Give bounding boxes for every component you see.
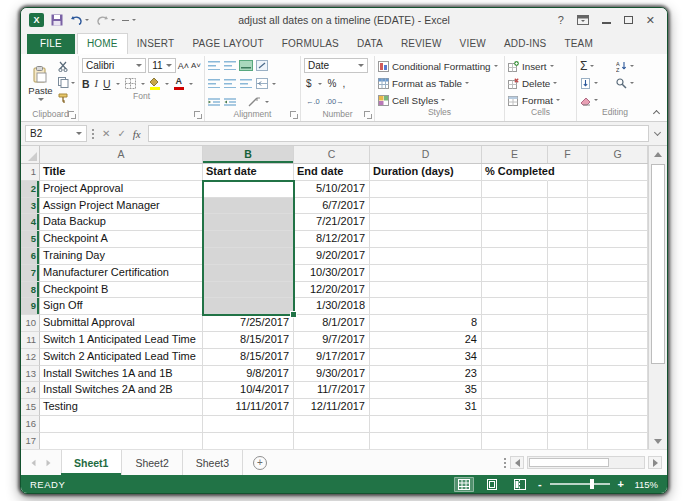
- row-header-10[interactable]: 10: [21, 315, 40, 332]
- name-box[interactable]: B2: [25, 125, 87, 142]
- orientation-button[interactable]: [256, 57, 268, 75]
- formula-input[interactable]: [148, 125, 649, 142]
- middle-align-icon[interactable]: [224, 61, 236, 70]
- cell-G6[interactable]: [588, 248, 648, 265]
- cell-E7[interactable]: [482, 265, 548, 282]
- percent-style-button[interactable]: %: [328, 78, 337, 89]
- col-header-B[interactable]: B: [203, 146, 294, 163]
- decrease-indent-button[interactable]: [208, 93, 220, 111]
- cell-D17[interactable]: [370, 433, 482, 449]
- cell-D8[interactable]: [370, 282, 482, 299]
- number-dialog-launcher[interactable]: [364, 111, 372, 119]
- cell-C2[interactable]: 5/10/2017: [294, 181, 370, 198]
- insert-function-button[interactable]: fx: [133, 128, 141, 140]
- cell-B4[interactable]: [203, 214, 294, 231]
- row-header-17[interactable]: 17: [21, 433, 40, 449]
- cell-B12[interactable]: 8/15/2017: [203, 349, 294, 366]
- page-break-view-button[interactable]: [510, 477, 530, 492]
- cell-B9[interactable]: [203, 298, 294, 315]
- row-header-14[interactable]: 14: [21, 382, 40, 399]
- cell-E17[interactable]: [482, 433, 548, 449]
- customize-qat-button[interactable]: [122, 14, 136, 27]
- delete-cells-button[interactable]: Delete: [508, 76, 573, 90]
- decrease-decimal-button[interactable]: .00→: [326, 97, 344, 106]
- format-cells-button[interactable]: Format: [508, 93, 573, 107]
- row-header-6[interactable]: 6: [21, 248, 40, 265]
- cell-C17[interactable]: [294, 433, 370, 449]
- cell-G12[interactable]: [588, 349, 648, 366]
- cell-G2[interactable]: [588, 181, 648, 198]
- cell-A11[interactable]: Switch 1 Anticipated Lead Time: [40, 332, 203, 349]
- cell-E15[interactable]: [482, 399, 548, 416]
- cell-styles-button[interactable]: Cell Styles: [378, 93, 501, 107]
- cell-A4[interactable]: Data Backup: [40, 214, 203, 231]
- row-header-3[interactable]: 3: [21, 198, 40, 215]
- cell-A15[interactable]: Testing: [40, 399, 203, 416]
- undo-button[interactable]: [70, 14, 89, 27]
- align-right-icon[interactable]: [240, 79, 252, 88]
- align-left-icon[interactable]: [208, 79, 220, 88]
- cell-D16[interactable]: [370, 416, 482, 433]
- cell-B6[interactable]: [203, 248, 294, 265]
- cell-C12[interactable]: 9/17/2017: [294, 349, 370, 366]
- increase-decimal-button[interactable]: ←.0: [306, 97, 320, 106]
- zoom-out-button[interactable]: -: [538, 479, 542, 490]
- increase-indent-button[interactable]: [224, 93, 236, 111]
- cell-B7[interactable]: [203, 265, 294, 282]
- cell-A10[interactable]: Submittal Approval: [40, 315, 203, 332]
- cell-A12[interactable]: Switch 2 Anticipated Lead Time: [40, 349, 203, 366]
- cell-G5[interactable]: [588, 231, 648, 248]
- cell-F8[interactable]: [548, 282, 588, 299]
- minimize-button[interactable]: [602, 22, 611, 24]
- row-header-7[interactable]: 7: [21, 265, 40, 282]
- horizontal-scroll-thumb[interactable]: [529, 458, 609, 467]
- new-sheet-button[interactable]: +: [253, 456, 267, 470]
- page-layout-view-button[interactable]: [482, 477, 502, 492]
- scroll-down-button[interactable]: [649, 433, 667, 449]
- row-header-15[interactable]: 15: [21, 399, 40, 416]
- cell-G17[interactable]: [588, 433, 648, 449]
- insert-cells-button[interactable]: Insert: [508, 59, 573, 73]
- cell-G1[interactable]: [588, 164, 648, 181]
- horizontal-scroll-track[interactable]: [527, 456, 645, 469]
- sheet-tab-sheet3[interactable]: Sheet3: [183, 450, 243, 475]
- sheet-tab-sheet2[interactable]: Sheet2: [122, 450, 182, 475]
- grow-font-button[interactable]: A˄: [178, 61, 189, 71]
- cell-G9[interactable]: [588, 298, 648, 315]
- save-icon[interactable]: [51, 14, 63, 26]
- cell-E12[interactable]: [482, 349, 548, 366]
- cell-C16[interactable]: [294, 416, 370, 433]
- cell-D14[interactable]: 35: [370, 382, 482, 399]
- accounting-format-button[interactable]: $: [306, 78, 312, 89]
- cell-G10[interactable]: [588, 315, 648, 332]
- conditional-formatting-button[interactable]: Conditional Formatting: [378, 59, 501, 73]
- cell-E11[interactable]: [482, 332, 548, 349]
- cell-C15[interactable]: 12/11/2017: [294, 399, 370, 416]
- cell-F4[interactable]: [548, 214, 588, 231]
- cell-B14[interactable]: 10/4/2017: [203, 382, 294, 399]
- tab-add-ins[interactable]: ADD-INS: [495, 34, 556, 54]
- row-header-5[interactable]: 5: [21, 231, 40, 248]
- normal-view-button[interactable]: [454, 477, 474, 492]
- cell-D15[interactable]: 31: [370, 399, 482, 416]
- sort-filter-button[interactable]: AZ: [616, 59, 650, 73]
- tab-insert[interactable]: INSERT: [128, 34, 184, 54]
- tab-team[interactable]: TEAM: [555, 34, 602, 54]
- cell-A14[interactable]: Install Switches 2A and 2B: [40, 382, 203, 399]
- cell-E9[interactable]: [482, 298, 548, 315]
- zoom-in-button[interactable]: +: [618, 479, 624, 490]
- cell-D10[interactable]: 8: [370, 315, 482, 332]
- cell-B11[interactable]: 8/15/2017: [203, 332, 294, 349]
- row-header-16[interactable]: 16: [21, 416, 40, 433]
- cell-A17[interactable]: [40, 433, 203, 449]
- cell-A13[interactable]: Install Switches 1A and 1B: [40, 366, 203, 383]
- cut-button[interactable]: [58, 60, 75, 73]
- find-select-button[interactable]: [616, 76, 650, 90]
- vertical-scrollbar[interactable]: [648, 146, 667, 449]
- cell-A9[interactable]: Sign Off: [40, 298, 203, 315]
- cell-C7[interactable]: 10/30/2017: [294, 265, 370, 282]
- cell-C6[interactable]: 9/20/2017: [294, 248, 370, 265]
- cell-D11[interactable]: 24: [370, 332, 482, 349]
- cell-A5[interactable]: Checkpoint A: [40, 231, 203, 248]
- zoom-slider[interactable]: [550, 483, 610, 485]
